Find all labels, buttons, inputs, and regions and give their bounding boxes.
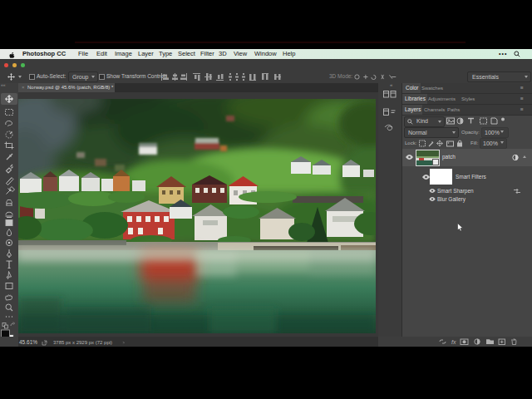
svg-text:fx: fx xyxy=(451,339,456,345)
